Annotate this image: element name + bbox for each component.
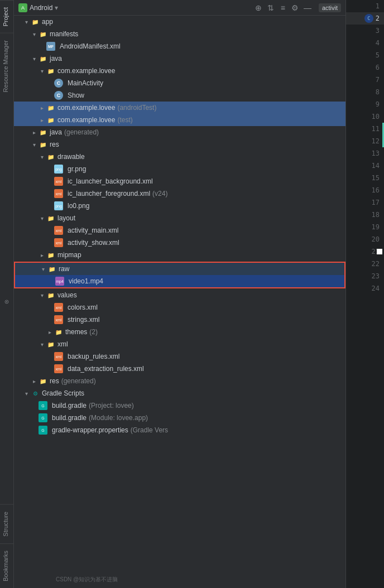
label-raw: raw	[59, 265, 69, 273]
line-number-18: 18	[346, 209, 384, 221]
tree-item-ic-bg[interactable]: xml ic_launcher_background.xml	[14, 175, 345, 187]
tree-item-raw[interactable]: 📁 raw	[15, 263, 344, 275]
label-strings: strings.xml	[68, 316, 99, 324]
tree-item-res[interactable]: 📁 res	[14, 138, 345, 151]
tree-item-gradle-wrapper[interactable]: G gradle-wrapper.properties (Gradle Vers	[14, 424, 345, 436]
file-tree: 📁 app 📁 manifests MF AndroidManifest.xml…	[14, 16, 345, 588]
tree-item-data-extraction[interactable]: xml data_extraction_rules.xml	[14, 363, 345, 375]
folder-icon-java-generated: 📁	[39, 128, 47, 137]
arrow-java	[31, 55, 37, 62]
filter-icon[interactable]: ≡	[279, 3, 287, 12]
label-androidtest: com.example.lovee	[57, 104, 115, 112]
tree-item-mipmap[interactable]: 📁 mipmap	[14, 249, 345, 261]
android-selector[interactable]: A Android ▾	[18, 3, 58, 12]
folder-icon-mipmap: 📁	[46, 250, 55, 259]
line-number-14: 14	[346, 160, 384, 172]
xml-icon-data-extraction: xml	[54, 364, 63, 373]
tree-item-activity-show[interactable]: xml activity_show.xml	[14, 237, 345, 249]
line-number-1: 1	[346, 0, 384, 12]
tree-item-lo0png[interactable]: png lo0.png	[14, 200, 345, 212]
tree-item-backup-rules[interactable]: xml backup_rules.xml	[14, 350, 345, 363]
tree-item-colors[interactable]: xml colors.xml	[14, 301, 345, 314]
label-test-suffix: (test)	[117, 116, 132, 124]
tree-item-androidmanifest[interactable]: MF AndroidManifest.xml	[14, 40, 345, 52]
label-gradle-wrapper-suffix: (Gradle Vers	[131, 426, 168, 434]
settings-icon[interactable]: ⚙	[291, 3, 300, 12]
class-icon-show: C	[54, 91, 63, 100]
tree-item-app[interactable]: 📁 app	[14, 16, 345, 28]
arrow-java-generated	[31, 129, 37, 136]
label-build-gradle-project-suffix: (Project: lovee)	[89, 402, 134, 409]
activity-tab-hint[interactable]: activit	[319, 3, 341, 12]
line-number-22: 22	[346, 258, 384, 270]
line-number-4: 4	[346, 37, 384, 49]
tree-item-mainactivity[interactable]: C MainActivity	[14, 77, 345, 89]
arrow-app	[23, 18, 30, 25]
arrow-layout	[39, 215, 45, 221]
label-grpng: gr.png	[68, 165, 86, 173]
tree-item-gradle-scripts[interactable]: ⚙ Gradle Scripts	[14, 387, 345, 399]
left-sidebar: Project Resource Manager Structure Bookm…	[0, 0, 14, 588]
folder-icon-res: 📁	[39, 140, 47, 149]
sidebar-tab-project[interactable]: Project	[0, 0, 13, 33]
video-icon-video1: mp4	[55, 277, 64, 286]
tree-item-themes[interactable]: 📁 themes (2)	[14, 326, 345, 338]
tree-item-res-generated[interactable]: 📁 res (generated)	[14, 375, 345, 387]
tree-item-com-example[interactable]: 📁 com.example.lovee	[14, 65, 345, 77]
folder-icon-app: 📁	[31, 17, 40, 26]
tree-item-manifests[interactable]: 📁 manifests	[14, 28, 345, 40]
android-icon: A	[18, 3, 27, 12]
label-values: values	[57, 291, 77, 299]
line-number-11: 11	[346, 123, 384, 135]
label-androidmanifest: AndroidManifest.xml	[60, 42, 121, 50]
tree-item-show[interactable]: C Show	[14, 89, 345, 102]
gradle-folder-icon: ⚙	[31, 389, 40, 398]
sidebar-tab-bookmarks[interactable]: Bookmarks	[0, 543, 13, 588]
sort-icon[interactable]: ⇅	[266, 3, 275, 12]
tree-item-grpng[interactable]: png gr.png	[14, 163, 345, 175]
arrow-raw	[40, 266, 46, 272]
arrow-xml-folder	[39, 341, 45, 348]
tree-item-build-gradle-module[interactable]: G build.gradle (Module: lovee.app)	[14, 412, 345, 424]
arrow-drawable	[39, 153, 45, 160]
label-gradle-wrapper: gradle-wrapper.properties	[52, 426, 128, 434]
tree-item-build-gradle-project[interactable]: G build.gradle (Project: lovee)	[14, 399, 345, 412]
label-colors: colors.xml	[68, 303, 98, 311]
line-number-10: 10	[346, 110, 384, 123]
line-numbers: 1C23456789101112131415161718192021222324	[346, 0, 384, 588]
xml-icon-strings: xml	[54, 315, 63, 324]
tree-item-androidtest[interactable]: 📁 com.example.lovee (androidTest)	[14, 102, 345, 114]
tree-item-drawable[interactable]: 📁 drawable	[14, 151, 345, 163]
tree-item-strings[interactable]: xml strings.xml	[14, 314, 345, 326]
tree-item-values[interactable]: 📁 values	[14, 289, 345, 301]
minimize-icon[interactable]: —	[303, 3, 312, 12]
label-video1: video1.mp4	[69, 277, 103, 285]
sidebar-tab-structure[interactable]: Structure	[0, 504, 13, 543]
sidebar-tab-resource[interactable]: Resource Manager	[0, 33, 13, 99]
line-number-20: 20	[346, 233, 384, 245]
line-number-3: 3	[346, 25, 384, 37]
tree-item-layout[interactable]: 📁 layout	[14, 212, 345, 224]
tree-item-ic-fg[interactable]: xml ic_launcher_foreground.xml (v24)	[14, 187, 345, 200]
arrow-values	[39, 292, 45, 298]
c-badge-line2: C	[364, 14, 373, 23]
label-java: java	[50, 128, 62, 136]
arrow-res	[31, 141, 37, 148]
label-build-gradle-module-suffix: (Module: lovee.app)	[89, 414, 148, 422]
tree-item-video1[interactable]: mp4 video1.mp4	[15, 275, 344, 287]
dropdown-arrow[interactable]: ▾	[55, 4, 58, 12]
scope-icon[interactable]: ⊕	[254, 3, 263, 12]
tree-item-activity-main[interactable]: xml activity_main.xml	[14, 224, 345, 237]
tree-item-java-generated[interactable]: 📁 java (generated)	[14, 126, 345, 138]
label-v24-suffix: (v24)	[152, 190, 167, 197]
line-number-17: 17	[346, 196, 384, 209]
folder-icon-manifests: 📁	[39, 30, 47, 38]
label-themes: themes	[65, 328, 87, 336]
xml-icon-activity-main: xml	[54, 226, 63, 235]
tree-item-java[interactable]: 📁 java	[14, 52, 345, 65]
tree-item-test[interactable]: 📁 com.example.lovee (test)	[14, 114, 345, 126]
tree-item-xml-folder[interactable]: 📁 xml	[14, 338, 345, 350]
line-number-8: 8	[346, 86, 384, 98]
label-backup-rules: backup_rules.xml	[68, 353, 119, 360]
label-generated-suffix: (generated)	[64, 128, 99, 136]
